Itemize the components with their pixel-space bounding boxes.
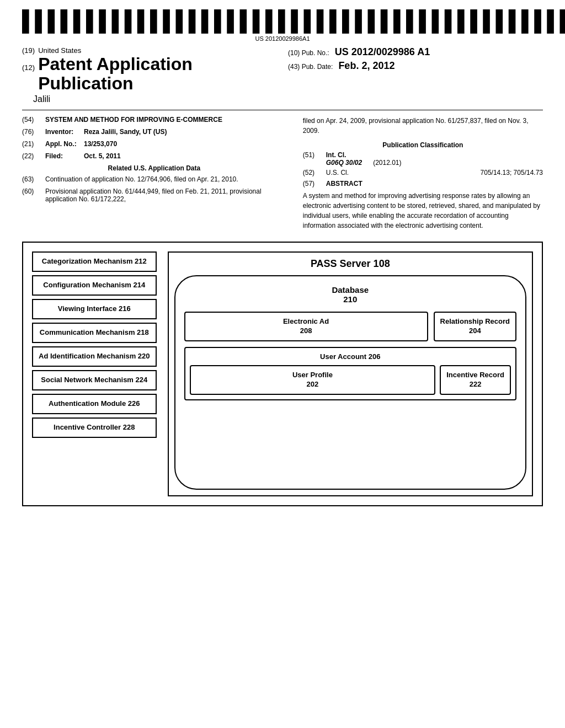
filed-row: (22) Filed: Oct. 5, 2011	[22, 152, 286, 160]
diag-box-7: Incentive Controller 228	[32, 417, 157, 438]
diag-box-2: Viewing Interface 216	[32, 299, 157, 319]
diagram-container: Categorization Mechanism 212 Configurati…	[22, 242, 543, 506]
electronic-ad-box: Electronic Ad 208	[184, 312, 428, 341]
int-cl-row: (51) Int. Cl. G06Q 30/02 (2012.01)	[303, 151, 543, 167]
abstract-num: (57)	[303, 180, 321, 188]
appl-num: (21)	[22, 140, 40, 148]
inventor-value: Reza Jalili, Sandy, UT (US)	[84, 128, 286, 136]
user-profile-box: User Profile 202	[190, 365, 436, 395]
db-row-1: Electronic Ad 208 Relationship Record 20…	[184, 312, 516, 341]
title-row: (54) SYSTEM AND METHOD FOR IMPROVING E-C…	[22, 116, 286, 124]
provisional-row: (60) Provisional application No. 61/444,…	[22, 188, 286, 203]
barcode-image: ▌▌▌▌▌▌▌▌▌▌▌▌▌▌▌▌▌▌▌▌▌▌▌▌▌▌▌▌▌▌▌▌▌▌▌▌▌▌▌▌…	[22, 11, 565, 34]
int-cl-class: G06Q 30/02	[326, 159, 362, 167]
header-right: (10) Pub. No.: US 2012/0029986 A1 (43) P…	[277, 46, 543, 72]
pub-date-line: (43) Pub. Date: Feb. 2, 2012	[288, 60, 543, 72]
database-container: Database 210 Electronic Ad 208 Relations…	[174, 275, 526, 490]
continuation-row: (63) Continuation of application No. 12/…	[22, 175, 286, 183]
user-account-container: User Account 206 User Profile 202 Incent…	[184, 347, 516, 400]
int-cl-label: Int. Cl.	[326, 151, 543, 159]
us-cl-num: (52)	[303, 169, 321, 176]
filed-num: (22)	[22, 152, 40, 160]
appl-value: 13/253,070	[84, 140, 286, 148]
diagram-pass-server: PASS Server 108 Database 210 Electronic …	[168, 251, 533, 496]
user-account-label: User Account 206	[190, 352, 511, 361]
right-column: filed on Apr. 24, 2009, provisional appl…	[303, 116, 543, 231]
applicant-name: Jalili	[22, 94, 277, 104]
pub-number-line: (10) Pub. No.: US 2012/0029986 A1	[288, 46, 543, 58]
relationship-record-box: Relationship Record 204	[434, 312, 516, 341]
appl-label: Appl. No.:	[45, 140, 78, 148]
barcode-number: US 20120029986A1	[22, 35, 543, 42]
abstract-title: ABSTRACT	[326, 180, 363, 188]
continued-text: filed on Apr. 24, 2009, provisional appl…	[303, 116, 543, 136]
pub-class-title: Publication Classification	[303, 141, 543, 149]
diagram-left: Categorization Mechanism 212 Configurati…	[32, 251, 157, 496]
title-text: SYSTEM AND METHOD FOR IMPROVING E-COMMER…	[45, 116, 286, 124]
inventor-row: (76) Inventor: Reza Jalili, Sandy, UT (U…	[22, 128, 286, 136]
country-name: United States	[38, 46, 81, 55]
prov-text: Provisional application No. 61/444,949, …	[45, 188, 286, 203]
header-section: (19) United States (12) Patent Applicati…	[22, 46, 543, 104]
pass-server-label: PASS Server 108	[174, 258, 526, 270]
diag-box-4: Ad Identification Mechanism 220	[32, 346, 157, 367]
type-num: (12)	[22, 63, 35, 72]
barcode-section: ▌▌▌▌▌▌▌▌▌▌▌▌▌▌▌▌▌▌▌▌▌▌▌▌▌▌▌▌▌▌▌▌▌▌▌▌▌▌▌▌…	[22, 11, 543, 42]
header-divider	[22, 110, 543, 110]
diag-box-5: Social Network Mechanism 224	[32, 370, 157, 390]
diag-box-0: Categorization Mechanism 212	[32, 251, 157, 272]
header-left: (19) United States (12) Patent Applicati…	[22, 46, 277, 104]
country-num: (19)	[22, 46, 35, 55]
pub-date-value: Feb. 2, 2012	[338, 60, 395, 72]
inventor-label: Inventor:	[45, 128, 78, 136]
pub-num-label: (10) Pub. No.:	[288, 49, 329, 57]
pub-date-label: (43) Pub. Date:	[288, 63, 333, 71]
incentive-record-box: Incentive Record 222	[440, 365, 511, 395]
diag-box-3: Communication Mechanism 218	[32, 323, 157, 343]
cont-num: (63)	[22, 175, 40, 183]
main-content: (54) SYSTEM AND METHOD FOR IMPROVING E-C…	[22, 116, 543, 231]
pub-number: US 2012/0029986 A1	[335, 46, 430, 58]
left-column: (54) SYSTEM AND METHOD FOR IMPROVING E-C…	[22, 116, 286, 231]
us-cl-value: 705/14.13; 705/14.73	[354, 169, 543, 176]
filed-label: Filed:	[45, 152, 78, 160]
appl-row: (21) Appl. No.: 13/253,070	[22, 140, 286, 148]
inventor-num: (76)	[22, 128, 40, 136]
prov-num: (60)	[22, 188, 40, 203]
patent-type: Patent Application Publication	[38, 55, 277, 93]
diag-box-6: Authentication Module 226	[32, 394, 157, 414]
database-label: Database 210	[184, 285, 516, 304]
us-cl-label: U.S. Cl.	[326, 169, 349, 176]
user-account-inner-row: User Profile 202 Incentive Record 222	[190, 365, 511, 395]
int-cl-year: (2012.01)	[373, 159, 401, 167]
related-data-title: Related U.S. Application Data	[22, 164, 286, 172]
title-num: (54)	[22, 116, 40, 124]
cont-text: Continuation of application No. 12/764,9…	[45, 175, 286, 183]
diag-box-1: Configuration Mechanism 214	[32, 275, 157, 296]
us-cl-row: (52) U.S. Cl. 705/14.13; 705/14.73	[303, 169, 543, 176]
filed-value: Oct. 5, 2011	[84, 152, 286, 160]
int-cl-num: (51)	[303, 151, 321, 167]
abstract-text: A system and method for improving advert…	[303, 191, 543, 231]
